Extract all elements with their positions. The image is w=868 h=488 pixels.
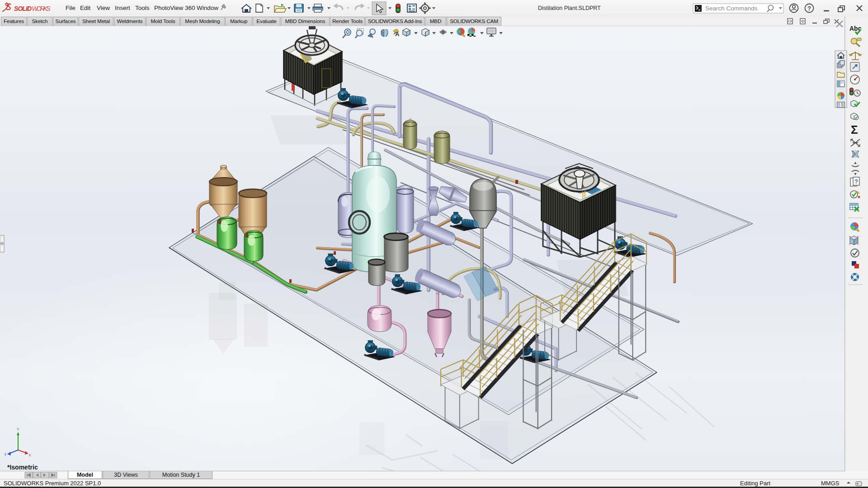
svg-text:z: z xyxy=(5,452,6,456)
svg-text:?: ? xyxy=(854,178,858,185)
svg-text:A: A xyxy=(395,31,400,38)
svg-text:?: ? xyxy=(807,5,811,12)
svg-text:x: x xyxy=(29,453,31,457)
svg-text:Search Commands: Search Commands xyxy=(705,5,758,12)
svg-text:Σ: Σ xyxy=(851,123,858,136)
svg-text:Y: Y xyxy=(17,427,19,432)
